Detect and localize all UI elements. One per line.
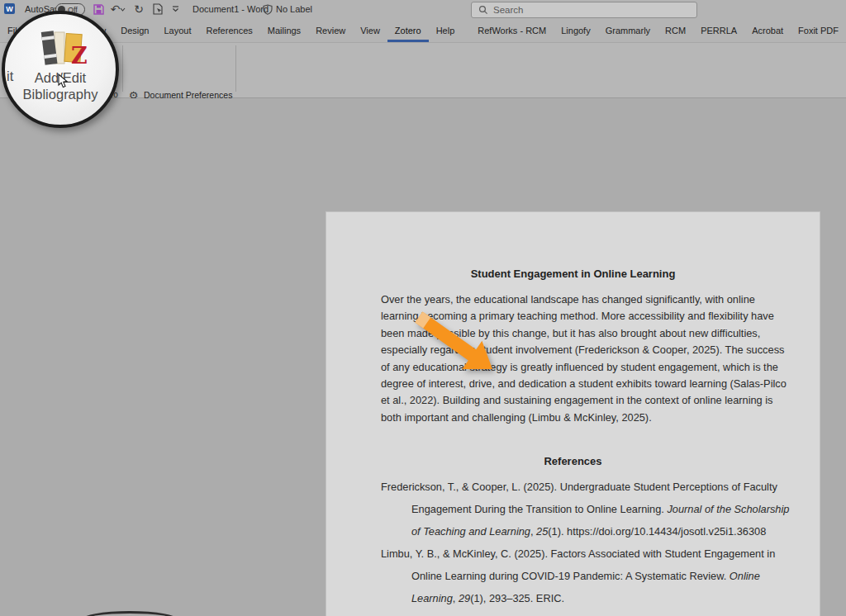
tab-design[interactable]: Design bbox=[113, 18, 156, 42]
magnifier-callout: it Z Add/Edit Bibliography bbox=[2, 11, 119, 128]
redo-icon: ↻ bbox=[134, 2, 144, 16]
sensitivity-badge[interactable]: No Label bbox=[263, 0, 312, 18]
tab-rcm[interactable]: RCM bbox=[658, 18, 693, 42]
tab-references[interactable]: References bbox=[199, 18, 260, 42]
chevron-down-icon bbox=[120, 7, 126, 12]
redo-button[interactable]: ↻ bbox=[131, 2, 146, 16]
group-separator bbox=[122, 45, 123, 92]
save-icon bbox=[93, 4, 104, 15]
reference-list: Frederickson, T., & Cooper, L. (2025). U… bbox=[381, 476, 789, 616]
word-window: W AutoSave Off ↶ ↻ bbox=[0, 0, 846, 616]
touch-mouse-mode-button[interactable] bbox=[150, 2, 165, 16]
undo-icon: ↶ bbox=[111, 2, 121, 16]
reference-line: Limbu, Y. B., & McKinley, C. (2025). Fac… bbox=[381, 543, 789, 565]
reference-line: Learning, 29(1), 293–325. ERIC. bbox=[381, 587, 789, 609]
group-separator bbox=[235, 45, 236, 92]
more-commands-icon bbox=[172, 6, 179, 12]
search-input[interactable]: Search bbox=[471, 2, 697, 18]
tab-lingofy[interactable]: Lingofy bbox=[554, 18, 597, 42]
text-line: both important and challenging (Limbu & … bbox=[381, 410, 787, 426]
tab-help[interactable]: Help bbox=[429, 18, 463, 42]
tab-view[interactable]: View bbox=[353, 18, 387, 42]
reference-entry: Limbu, Y. B., & McKinley, C. (2025). Fac… bbox=[381, 543, 789, 609]
ribbon-tab-row: File Draw Design Layout References Maili… bbox=[0, 18, 846, 43]
title-bar: W AutoSave Off ↶ ↻ bbox=[0, 0, 846, 18]
zotero-ribbon-group: ⚙ z Document Preferences ↻ Refresh bbox=[0, 43, 846, 98]
tab-mailings[interactable]: Mailings bbox=[260, 18, 308, 42]
undo-button[interactable]: ↶ bbox=[108, 2, 128, 16]
sensitivity-label: No Label bbox=[276, 4, 312, 14]
tab-grammarly[interactable]: Grammarly bbox=[598, 18, 658, 42]
tab-refworks-rcm[interactable]: RefWorks - RCM bbox=[470, 18, 554, 42]
word-logo-icon: W bbox=[4, 3, 15, 14]
svg-text:Z: Z bbox=[71, 43, 88, 69]
tab-acrobat[interactable]: Acrobat bbox=[744, 18, 791, 42]
add-edit-bibliography-button-line2[interactable]: Bibliography bbox=[5, 87, 116, 102]
text-line: et al., 2022). Building and sustaining e… bbox=[381, 392, 787, 409]
document-page[interactable]: Student Engagement in Online Learning Ov… bbox=[326, 211, 820, 616]
annotation-arrow-icon bbox=[408, 309, 503, 383]
reference-line: Frederickson, T., & Cooper, L. (2025). U… bbox=[381, 476, 789, 498]
customize-qat-button[interactable] bbox=[168, 2, 183, 16]
reference-line: Online Learning during COVID-19 Pandemic… bbox=[381, 565, 789, 587]
mouse-cursor-icon bbox=[58, 73, 69, 88]
tab-zotero[interactable]: Zotero bbox=[387, 18, 429, 42]
reference-line: Salas-Pilco, S. Z., Yang, Y., & Zhang, Z… bbox=[381, 609, 789, 616]
save-button[interactable] bbox=[91, 2, 106, 16]
tab-review[interactable]: Review bbox=[308, 18, 353, 42]
tab-perrla[interactable]: PERRLA bbox=[693, 18, 744, 42]
reference-entry: Frederickson, T., & Cooper, L. (2025). U… bbox=[381, 476, 789, 543]
tab-foxit-pdf[interactable]: Foxit PDF bbox=[791, 18, 846, 42]
shield-icon bbox=[263, 4, 273, 15]
references-heading: References bbox=[326, 455, 820, 467]
touch-mode-icon bbox=[153, 3, 163, 15]
reference-entry: Salas-Pilco, S. Z., Yang, Y., & Zhang, Z… bbox=[381, 609, 789, 616]
text-line: Over the years, the educational landscap… bbox=[381, 291, 787, 308]
reference-line: Engagement During the Transition to Onli… bbox=[381, 498, 789, 520]
reference-line: of Teaching and Learning, 25(1). https:/… bbox=[381, 520, 789, 543]
document-title: Document1 - Word bbox=[192, 0, 269, 18]
document-heading: Student Engagement in Online Learning bbox=[326, 268, 820, 280]
tab-layout[interactable]: Layout bbox=[156, 18, 198, 42]
search-icon bbox=[478, 5, 488, 15]
zotero-bibliography-icon: Z bbox=[38, 29, 91, 69]
search-placeholder: Search bbox=[493, 5, 523, 15]
